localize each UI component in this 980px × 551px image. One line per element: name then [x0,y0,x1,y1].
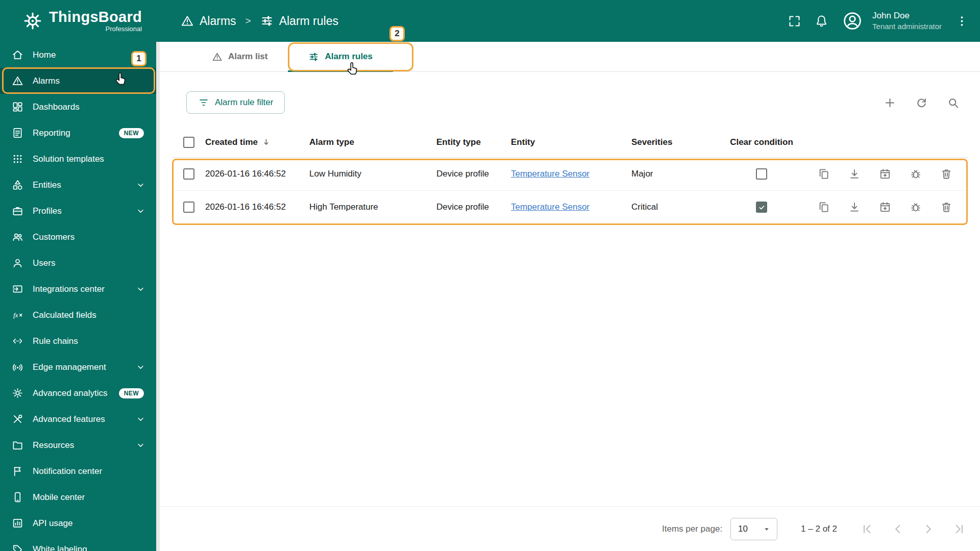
items-per-page-select[interactable]: 10 [730,518,777,540]
prev-page-icon [891,522,904,536]
clear-condition-checkbox[interactable] [756,168,767,180]
refresh-icon [915,96,928,109]
row-checkbox[interactable] [183,202,194,213]
breadcrumb-current-label: Alarm rules [279,14,338,28]
sidebar-item-home[interactable]: Home [0,42,156,68]
sidebar-item-white-labeling[interactable]: White labeling [0,536,156,551]
chevron-down-icon [135,206,146,216]
add-icon [884,96,896,109]
column-header-entity[interactable]: Entity [511,137,631,147]
add-alarm-rule-button[interactable] [884,96,896,109]
rule-chains-icon [12,335,23,347]
column-header-entity-type[interactable]: Entity type [436,137,511,147]
delete-button[interactable] [940,201,952,213]
brand[interactable]: ThingsBoard Professional [0,9,156,32]
breadcrumb-alarm-rules[interactable]: Alarm rules [260,14,338,28]
sidebar-item-label: Entities [33,180,126,190]
select-all-checkbox[interactable] [183,137,194,148]
tab-alarm-list[interactable]: Alarm list [191,42,288,71]
user-avatar[interactable] [842,10,863,32]
svg-text:fx: fx [13,311,18,319]
brand-text: ThingsBoard Professional [49,9,142,32]
toolbar-actions [884,96,968,109]
column-header-alarm-type[interactable]: Alarm type [309,137,436,147]
first-page-button[interactable] [861,522,874,536]
next-page-button[interactable] [922,522,935,536]
sidebar-item-entities[interactable]: Entities [0,172,156,198]
download-button[interactable] [848,168,861,180]
sidebar-item-mobile-center[interactable]: Mobile center [0,484,156,510]
more-menu-button[interactable] [955,14,969,28]
schedule-button[interactable] [879,168,891,180]
download-button[interactable] [848,201,861,213]
tune-icon [308,52,319,62]
chevron-down-icon [135,362,146,372]
tab-label: Alarm rules [325,52,373,62]
search-button[interactable] [947,96,960,109]
reporting-icon [12,127,23,139]
notifications-button[interactable] [815,14,828,28]
debug-button[interactable] [910,201,922,213]
sidebar-item-rule-chains[interactable]: Rule chains [0,328,156,354]
table-row[interactable]: 2026-01-16 16:46:52 High Temperature Dev… [173,191,968,224]
debug-bug-icon [910,201,922,213]
sidebar-item-label: Profiles [33,206,126,216]
severity-cell: Major [631,169,708,179]
sidebar-item-resources[interactable]: Resources [0,432,156,458]
sidebar-item-label: Alarms [33,76,146,86]
debug-button[interactable] [910,168,922,180]
clear-condition-checkbox[interactable] [756,202,767,213]
breadcrumb-alarms[interactable]: Alarms [181,14,236,28]
user-name: John Doe [872,10,942,21]
sidebar-item-alarms[interactable]: Alarms [0,68,156,94]
row-checkbox[interactable] [183,168,194,180]
fullscreen-button[interactable] [788,14,801,28]
breadcrumb-parent-label: Alarms [200,14,236,28]
warning-icon [12,75,23,87]
prev-page-button[interactable] [891,522,904,536]
schedule-icon [879,201,891,213]
brand-edition: Professional [106,25,142,33]
tab-alarm-rules[interactable]: Alarm rules [288,42,393,71]
sidebar-scrollbar[interactable] [156,42,160,551]
alarm-rule-filter-button[interactable]: Alarm rule filter [186,91,285,114]
entity-link[interactable]: Temperature Sensor [511,169,590,179]
sidebar-item-advanced-features[interactable]: Advanced features [0,406,156,432]
column-header-clear-condition[interactable]: Clear condition [708,137,815,147]
sidebar-item-users[interactable]: Users [0,250,156,276]
sidebar-item-advanced-analytics[interactable]: Advanced analytics NEW [0,380,156,406]
column-header-created-time[interactable]: Created time [205,137,309,147]
schedule-button[interactable] [879,201,891,213]
table-row[interactable]: 2026-01-16 16:46:52 Low Humidity Device … [173,158,968,191]
delete-button[interactable] [940,168,952,180]
created-time-cell: 2026-01-16 16:46:52 [205,169,309,179]
sidebar-item-dashboards[interactable]: Dashboards [0,94,156,120]
copy-button[interactable] [818,201,830,213]
download-icon [848,168,861,180]
sidebar-item-label: Notification center [33,466,146,477]
sidebar-item-solution-templates[interactable]: Solution templates [0,146,156,172]
sidebar-item-reporting[interactable]: Reporting NEW [0,120,156,146]
entity-type-cell: Device profile [436,169,511,179]
entity-link[interactable]: Temperature Sensor [511,202,590,212]
sidebar-item-integrations-center[interactable]: Integrations center [0,276,156,302]
debug-bug-icon [910,168,922,180]
sidebar-item-api-usage[interactable]: API usage [0,510,156,536]
new-badge: NEW [119,388,144,398]
sidebar-item-calculated-fields[interactable]: fx Calculated fields [0,302,156,328]
last-page-button[interactable] [952,522,966,536]
column-header-severities[interactable]: Severities [631,137,708,147]
new-badge: NEW [119,128,144,138]
chevron-down-icon [135,284,146,294]
refresh-button[interactable] [915,96,928,109]
sidebar-item-customers[interactable]: Customers [0,224,156,250]
sidebar-item-profiles[interactable]: Profiles [0,198,156,224]
profiles-icon [12,205,23,217]
copy-button[interactable] [818,168,830,180]
copy-icon [818,201,830,213]
created-time-cell: 2026-01-16 16:46:52 [205,202,309,212]
sidebar-item-edge-management[interactable]: Edge management [0,354,156,380]
entities-icon [12,179,23,191]
alarm-type-cell: High Temperature [309,202,436,212]
sidebar-item-notification-center[interactable]: Notification center [0,458,156,484]
